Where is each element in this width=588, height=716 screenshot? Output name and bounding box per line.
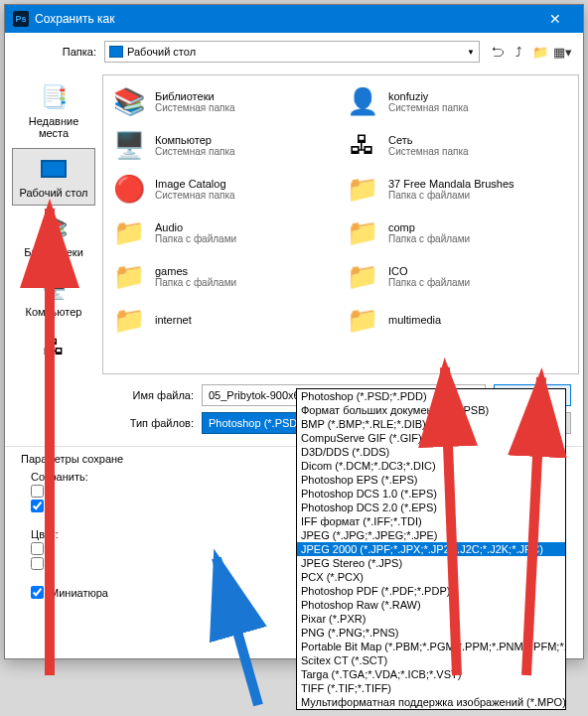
- filetype-option[interactable]: Photoshop PDF (*.PDF;*.PDP): [297, 584, 565, 598]
- checkbox-2[interactable]: [31, 500, 44, 512]
- sidebar-item-label: Компьютер: [26, 306, 82, 318]
- file-item[interactable]: 👤 konfuziy Системная папка: [341, 79, 574, 123]
- file-item[interactable]: 📁 37 Free Mandala Brushes Папка с файлам…: [341, 167, 574, 211]
- toolbar-icons: ⮌ ⤴ 📁 ▦▾: [488, 43, 571, 61]
- file-item[interactable]: 🔴 Image Catalog Системная папка: [107, 167, 341, 211]
- file-sub: Папка с файлами: [388, 277, 470, 288]
- filetype-option[interactable]: Dicom (*.DCM;*.DC3;*.DIC): [297, 459, 565, 473]
- file-icon: 🖧: [345, 127, 380, 163]
- filetype-option[interactable]: PCX (*.PCX): [297, 570, 565, 584]
- file-name: Image Catalog: [155, 178, 235, 190]
- sidebar-item-libraries[interactable]: 📚 Библиотеки: [12, 208, 95, 265]
- filetype-dropdown[interactable]: Photoshop (*.PSD;*.PDD)Формат больших до…: [296, 388, 566, 710]
- file-icon: 📁: [111, 215, 147, 250]
- up-icon[interactable]: ⤴: [510, 43, 527, 61]
- file-sub: Системная папка: [388, 146, 469, 157]
- file-icon: 📁: [111, 302, 147, 338]
- checkbox-1[interactable]: [31, 485, 44, 498]
- filetype-option[interactable]: IFF формат (*.IFF;*.TDI): [297, 514, 565, 528]
- sidebar-item-computer[interactable]: 🖥️ Компьютер: [12, 267, 95, 325]
- thumbnail-label: Миниатюра: [50, 587, 108, 599]
- filetype-option[interactable]: Photoshop (*.PSD;*.PDD): [297, 389, 565, 403]
- file-name: internet: [155, 314, 192, 326]
- checkbox-3[interactable]: [31, 542, 44, 555]
- filetype-option[interactable]: Формат больших документов (*.PSB): [297, 403, 565, 417]
- filetype-option[interactable]: Мультиформатная поддержка изображений (*…: [297, 695, 565, 709]
- filetype-option[interactable]: JPEG (*.JPG;*.JPEG;*.JPE): [297, 528, 565, 542]
- file-icon: 📁: [345, 258, 380, 294]
- titlebar: Ps Сохранить как ✕: [5, 5, 583, 33]
- folder-select[interactable]: Рабочий стол ▼: [104, 41, 480, 63]
- file-name: Сеть: [388, 134, 469, 146]
- file-sub: Системная папка: [155, 102, 235, 113]
- recent-icon: 📑: [38, 83, 70, 111]
- file-list[interactable]: 📚 Библиотеки Системная папка👤 konfuziy С…: [102, 74, 579, 374]
- filetype-option[interactable]: BMP (*.BMP;*.RLE;*.DIB): [297, 417, 565, 431]
- photoshop-icon: Ps: [13, 11, 29, 27]
- file-item[interactable]: 📁 games Папка с файлами: [107, 254, 341, 298]
- file-sub: Системная папка: [388, 102, 469, 113]
- thumbnail-checkbox[interactable]: [31, 586, 44, 599]
- file-name: konfuziy: [388, 90, 469, 102]
- sidebar-item-desktop[interactable]: Рабочий стол: [12, 148, 95, 206]
- file-item[interactable]: 🖥️ Компьютер Системная папка: [107, 123, 341, 167]
- file-item[interactable]: 📁 Audio Папка с файлами: [107, 211, 341, 254]
- file-name: comp: [388, 221, 470, 233]
- sidebar-item-label: Рабочий стол: [19, 187, 87, 199]
- filetype-option[interactable]: Pixar (*.PXR): [297, 612, 565, 626]
- color-option-label: Цвет:: [31, 528, 59, 540]
- file-item[interactable]: 📁 multimedia: [341, 298, 574, 342]
- filetype-option[interactable]: CompuServe GIF (*.GIF): [297, 431, 565, 445]
- filetype-option[interactable]: Scitex CT (*.SCT): [297, 653, 565, 667]
- filetype-option[interactable]: JPEG Stereo (*.JPS): [297, 556, 565, 570]
- sidebar-item-recent[interactable]: 📑 Недавние места: [12, 76, 95, 146]
- file-sub: Папка с файлами: [388, 190, 514, 201]
- filetype-option[interactable]: PNG (*.PNG;*.PNS): [297, 626, 565, 640]
- file-item[interactable]: 🖧 Сеть Системная папка: [341, 123, 574, 167]
- file-name: Компьютер: [155, 134, 235, 146]
- computer-icon: 🖥️: [38, 274, 70, 302]
- folder-value: Рабочий стол: [127, 46, 196, 58]
- file-name: Библиотеки: [155, 90, 235, 102]
- sidebar-item-network[interactable]: 🖧: [12, 327, 95, 372]
- filetype-option[interactable]: Photoshop DCS 2.0 (*.EPS): [297, 501, 565, 514]
- dialog-title: Сохранить как: [35, 12, 535, 26]
- filetype-option[interactable]: TIFF (*.TIF;*.TIFF): [297, 681, 565, 695]
- filetype-option[interactable]: Portable Bit Map (*.PBM;*.PGM;*.PPM;*.PN…: [297, 640, 565, 653]
- file-icon: 📚: [111, 83, 147, 119]
- filetype-option[interactable]: JPEG 2000 (*.JPF;*.JPX;*.JP2;*.J2C;*.J2K…: [297, 542, 565, 556]
- file-name: 37 Free Mandala Brushes: [388, 178, 514, 190]
- file-icon: 📁: [111, 258, 147, 294]
- sidebar-item-label: Библиотеки: [24, 246, 83, 258]
- save-option-label: Сохранить:: [31, 471, 88, 483]
- file-icon: 📁: [345, 215, 380, 250]
- chevron-down-icon: ▼: [467, 48, 475, 57]
- file-item[interactable]: 📁 comp Папка с файлами: [341, 211, 574, 254]
- file-name: games: [155, 265, 236, 277]
- file-item[interactable]: 📁 internet: [107, 298, 341, 342]
- sidebar-item-label: Недавние места: [15, 115, 92, 139]
- file-icon: 📁: [345, 302, 380, 338]
- file-icon: 📁: [345, 171, 380, 207]
- filetype-label: Тип файлов:: [104, 417, 194, 429]
- new-folder-icon[interactable]: 📁: [531, 43, 549, 61]
- filename-label: Имя файла:: [104, 389, 194, 401]
- file-sub: Папка с файлами: [155, 277, 236, 288]
- folder-row: Папка: Рабочий стол ▼ ⮌ ⤴ 📁 ▦▾: [5, 33, 583, 71]
- file-name: ICO: [388, 265, 470, 277]
- checkbox-4[interactable]: [31, 557, 44, 570]
- file-sub: Системная папка: [155, 146, 235, 157]
- filetype-option[interactable]: D3D/DDS (*.DDS): [297, 445, 565, 459]
- filetype-option[interactable]: Photoshop DCS 1.0 (*.EPS): [297, 487, 565, 501]
- filetype-option[interactable]: Photoshop EPS (*.EPS): [297, 473, 565, 487]
- close-button[interactable]: ✕: [535, 5, 575, 33]
- filetype-option[interactable]: Targa (*.TGA;*.VDA;*.ICB;*.VST): [297, 667, 565, 681]
- file-item[interactable]: 📁 ICO Папка с файлами: [341, 254, 574, 298]
- back-icon[interactable]: ⮌: [488, 43, 506, 61]
- file-name: multimedia: [388, 314, 441, 326]
- filetype-option[interactable]: Photoshop Raw (*.RAW): [297, 598, 565, 612]
- body-area: 📑 Недавние места Рабочий стол 📚 Библиоте…: [5, 71, 583, 378]
- file-sub: Папка с файлами: [155, 233, 236, 244]
- file-item[interactable]: 📚 Библиотеки Системная папка: [107, 79, 341, 123]
- view-icon[interactable]: ▦▾: [553, 43, 571, 61]
